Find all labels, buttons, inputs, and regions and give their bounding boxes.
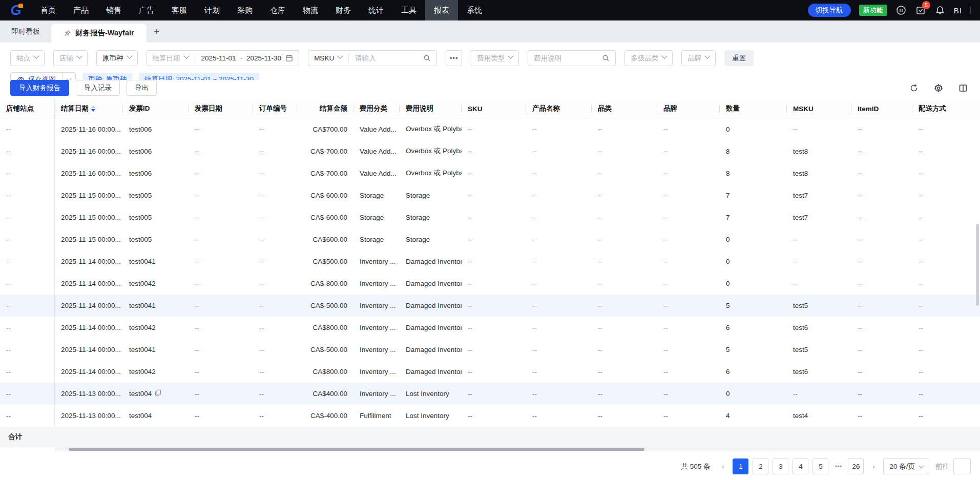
tab-finance-report-active[interactable]: 财务报告-Wayfair: [51, 24, 147, 43]
tasks-icon[interactable]: 5: [915, 5, 926, 16]
nav-item-采购[interactable]: 采购: [228, 0, 261, 20]
table-row[interactable]: --2025-11-14 00:00...test0041----CA$500.…: [0, 251, 980, 273]
table-row[interactable]: --2025-11-16 00:00...test006----CA$700.0…: [0, 118, 980, 140]
msku-field-selector[interactable]: MSKU: [314, 54, 334, 62]
fee-type-dropdown[interactable]: 费用类型: [471, 50, 519, 66]
next-page-button[interactable]: ›: [868, 463, 879, 470]
table-row[interactable]: --2025-11-16 00:00...test006----CA$-700.…: [0, 140, 980, 162]
table-row[interactable]: --2025-11-15 00:00...test005----CA$-600.…: [0, 184, 980, 206]
export-button[interactable]: 导出: [127, 80, 157, 96]
nav-item-产品[interactable]: 产品: [65, 0, 97, 20]
reset-button[interactable]: 重置: [724, 50, 754, 66]
bi-menu-item[interactable]: BI: [954, 6, 962, 15]
prev-page-button[interactable]: ‹: [717, 463, 728, 470]
nav-item-工具[interactable]: 工具: [392, 0, 425, 20]
toggle-nav-button[interactable]: 切换导航: [808, 4, 851, 17]
more-pages-ellipsis[interactable]: •••: [832, 463, 844, 470]
import-record-button[interactable]: 导入记录: [76, 80, 120, 96]
nav-item-财务[interactable]: 财务: [327, 0, 360, 20]
category-dropdown[interactable]: 多级品类: [624, 50, 673, 66]
column-header-label: 店铺站点: [6, 104, 34, 113]
page-button-5[interactable]: 5: [812, 458, 828, 474]
site-filter-dropdown[interactable]: 站点: [10, 50, 45, 66]
nav-item-物流[interactable]: 物流: [294, 0, 327, 20]
table-row[interactable]: --2025-11-13 00:00...test004----CA$-400.…: [0, 405, 980, 427]
gear-icon[interactable]: [933, 82, 944, 94]
table-row[interactable]: --2025-11-15 00:00...test005----CA$600.0…: [0, 228, 980, 251]
column-header-品类[interactable]: 品类: [592, 99, 657, 118]
import-finance-report-button[interactable]: 导入财务报告: [10, 80, 69, 96]
date-end-value[interactable]: 2025-11-30: [246, 54, 281, 62]
fee-desc-search[interactable]: 费用说明: [528, 50, 616, 66]
msku-search-control[interactable]: MSKU 请输入: [308, 50, 437, 66]
column-header-ItemID[interactable]: ItemID: [851, 99, 912, 118]
column-header-品牌[interactable]: 品牌: [657, 99, 720, 118]
nav-item-统计[interactable]: 统计: [360, 0, 392, 20]
cell-发票ID: test004: [123, 405, 189, 427]
table-row[interactable]: --2025-11-14 00:00...test0041----CA$-500…: [0, 339, 980, 361]
tab-dashboard[interactable]: 即时看板: [0, 20, 51, 43]
column-header-SKU[interactable]: SKU: [462, 99, 526, 118]
date-start-value[interactable]: 2025-11-01: [201, 54, 236, 62]
app-logo[interactable]: G: [0, 0, 32, 20]
column-header-产品名称[interactable]: 产品名称: [526, 99, 592, 118]
last-page-button[interactable]: 26: [848, 458, 864, 474]
table-row[interactable]: --2025-11-14 00:00...test0042----CA$800.…: [0, 361, 980, 383]
bell-icon[interactable]: [934, 5, 946, 16]
table-row[interactable]: --2025-11-14 00:00...test0041----CA$-500…: [0, 295, 980, 317]
pause-circle-icon[interactable]: [895, 5, 907, 16]
page-button-1[interactable]: 1: [733, 458, 748, 474]
settle-date-filter[interactable]: 结算日期 2025-11-01 - 2025-11-30: [147, 50, 300, 66]
refresh-icon[interactable]: [908, 82, 920, 94]
column-header-发票日期[interactable]: 发票日期: [189, 99, 253, 118]
column-header-发票ID[interactable]: 发票ID: [123, 99, 189, 118]
currency-filter-dropdown[interactable]: 原币种: [96, 50, 138, 66]
table-row[interactable]: --2025-11-14 00:00...test0042----CA$-800…: [0, 273, 980, 295]
page-button-3[interactable]: 3: [773, 458, 788, 474]
shop-filter-dropdown[interactable]: 店铺: [53, 50, 88, 66]
chevron-down-icon: [183, 53, 189, 59]
table-row[interactable]: --2025-11-16 00:00...test006----CA$-700.…: [0, 162, 980, 184]
nav-item-报表[interactable]: 报表: [425, 0, 458, 20]
nav-item-广告[interactable]: 广告: [130, 0, 163, 20]
search-icon[interactable]: [602, 54, 610, 62]
add-tab-button[interactable]: +: [147, 20, 167, 43]
vertical-scrollbar-thumb[interactable]: [976, 224, 979, 306]
column-header-订单编号[interactable]: 订单编号: [253, 99, 297, 118]
column-header-数量[interactable]: 数量: [720, 99, 787, 118]
brand-dropdown[interactable]: 品牌: [681, 50, 716, 66]
page-button-4[interactable]: 4: [793, 458, 808, 474]
nav-item-首页[interactable]: 首页: [32, 0, 65, 20]
horizontal-scrollbar[interactable]: [55, 447, 980, 451]
fee-desc-input[interactable]: 费用说明: [534, 54, 598, 63]
table-row[interactable]: --2025-11-13 00:00...test004----CA$400.0…: [0, 383, 980, 405]
column-header-店铺站点[interactable]: 店铺站点: [0, 99, 55, 118]
nav-item-销售[interactable]: 销售: [97, 0, 130, 20]
copy-icon[interactable]: [155, 389, 161, 398]
column-header-费用分类[interactable]: 费用分类: [353, 99, 400, 118]
goto-page-input[interactable]: [953, 458, 971, 474]
nav-item-仓库[interactable]: 仓库: [261, 0, 294, 20]
column-header-费用说明[interactable]: 费用说明: [400, 99, 462, 118]
search-icon[interactable]: [423, 54, 431, 62]
msku-search-input[interactable]: 请输入: [355, 54, 419, 63]
table-row[interactable]: --2025-11-14 00:00...test0042----CA$800.…: [0, 317, 980, 339]
nav-item-客服[interactable]: 客服: [163, 0, 196, 20]
sort-icon[interactable]: [91, 106, 95, 112]
more-search-options-button[interactable]: •••: [446, 50, 462, 66]
column-header-配送方式[interactable]: 配送方式: [912, 99, 980, 118]
nav-item-计划[interactable]: 计划: [196, 0, 228, 20]
column-header-MSKU[interactable]: MSKU: [787, 99, 851, 118]
nav-item-系统[interactable]: 系统: [458, 0, 491, 20]
new-feature-badge[interactable]: 新功能: [859, 5, 887, 16]
column-header-结算金额[interactable]: 结算金额: [297, 99, 353, 118]
page-size-select[interactable]: 20 条/页: [883, 458, 929, 474]
page-button-2[interactable]: 2: [753, 458, 768, 474]
cell-品牌: --: [657, 140, 720, 162]
table-row[interactable]: --2025-11-15 00:00...test005----CA$-600.…: [0, 206, 980, 228]
horizontal-scrollbar-thumb[interactable]: [69, 448, 644, 451]
column-header-结算日期[interactable]: 结算日期: [55, 99, 123, 118]
page-buttons: 12345: [733, 458, 828, 474]
cell-ItemID: --: [851, 140, 912, 162]
column-settings-icon[interactable]: [957, 82, 969, 94]
